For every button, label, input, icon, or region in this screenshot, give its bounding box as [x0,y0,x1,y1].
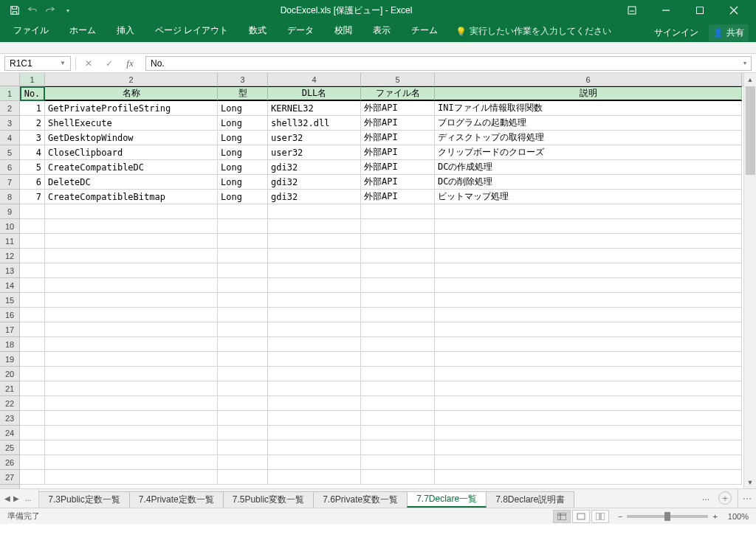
row-header[interactable]: 23 [0,411,19,426]
column-header[interactable]: 3 [218,73,268,86]
row-header[interactable]: 18 [0,337,19,352]
row-header[interactable]: 7 [0,175,19,190]
row-header[interactable]: 21 [0,381,19,396]
cell[interactable] [361,367,435,381]
tab-view[interactable]: 表示 [362,20,401,42]
cell[interactable] [361,293,435,308]
cell[interactable] [218,470,268,485]
cell[interactable] [435,234,742,249]
cell[interactable]: Long [218,160,268,175]
cell[interactable]: 外部API [361,116,435,131]
row-header[interactable]: 15 [0,293,19,308]
cell[interactable]: 3 [20,131,45,145]
cell[interactable]: GetDesktopWindow [45,131,218,145]
row-header[interactable]: 4 [0,131,19,145]
cell[interactable]: shell32.dll [268,116,361,131]
row-header[interactable]: 27 [0,470,19,485]
cell[interactable]: 外部API [361,145,435,160]
cell[interactable] [435,352,742,367]
cell[interactable] [268,367,361,381]
cell[interactable] [268,249,361,263]
cell[interactable] [218,337,268,352]
cell[interactable]: Long [218,145,268,160]
column-header[interactable]: 5 [361,73,435,86]
cell[interactable] [20,278,45,293]
tab-review[interactable]: 校閲 [324,20,362,42]
cell[interactable] [268,381,361,396]
cell[interactable]: user32 [268,145,361,160]
row-header[interactable]: 1 [0,86,19,101]
cell[interactable] [361,337,435,352]
cell[interactable] [20,234,45,249]
row-header[interactable]: 9 [0,204,19,219]
cell[interactable] [218,440,268,455]
cell[interactable] [20,426,45,440]
cell[interactable] [435,381,742,396]
cells-area[interactable]: No.名称型DLL名ファイル名説明1GetPrivateProfileStrin… [20,86,743,488]
sheet-nav-prev-icon[interactable]: ◀ [4,494,10,502]
row-header[interactable]: 8 [0,190,19,204]
cell[interactable] [361,322,435,337]
cell[interactable] [20,455,45,470]
cell[interactable] [361,426,435,440]
cell[interactable] [20,293,45,308]
cell[interactable]: DCの作成処理 [435,160,742,175]
cell[interactable]: INIファイル情報取得関数 [435,101,742,116]
zoom-slider[interactable] [627,515,708,518]
cell[interactable] [45,263,218,278]
cell[interactable] [218,381,268,396]
insert-function-button[interactable]: fx [122,56,138,71]
cell[interactable] [218,249,268,263]
cell[interactable] [435,337,742,352]
cell[interactable] [20,337,45,352]
cell[interactable] [218,455,268,470]
cell[interactable] [45,293,218,308]
cell[interactable]: プログラムの起動処理 [435,116,742,131]
cell[interactable] [435,219,742,234]
cell[interactable] [361,411,435,426]
cell[interactable] [435,367,742,381]
cell[interactable]: 5 [20,160,45,175]
cell[interactable] [218,204,268,219]
cell[interactable] [20,322,45,337]
cell[interactable]: GetPrivateProfileString [45,101,218,116]
column-header[interactable]: 1 [20,73,45,86]
cell[interactable]: 型 [218,86,268,101]
cell[interactable] [435,263,742,278]
scroll-up-icon[interactable]: ▲ [744,73,756,86]
cell[interactable] [45,352,218,367]
cell[interactable]: 外部API [361,160,435,175]
cell[interactable] [435,204,742,219]
cell[interactable] [435,455,742,470]
sheet-tab[interactable]: 7.7Declare一覧 [407,491,487,508]
zoom-in-button[interactable]: + [712,512,717,521]
cell[interactable] [45,219,218,234]
cell[interactable] [20,204,45,219]
tab-team[interactable]: チーム [401,20,448,42]
cell[interactable] [268,278,361,293]
sheet-nav-dots[interactable]: ... [22,494,34,502]
cell[interactable]: gdi32 [268,175,361,190]
row-header[interactable]: 24 [0,426,19,440]
row-header[interactable]: 22 [0,396,19,411]
cell[interactable] [218,367,268,381]
cell[interactable] [45,440,218,455]
cell[interactable] [361,396,435,411]
cell[interactable] [45,381,218,396]
cell[interactable] [435,470,742,485]
cell[interactable]: 6 [20,175,45,190]
cell[interactable] [361,263,435,278]
zoom-slider-knob[interactable] [664,512,670,521]
cell[interactable]: 1 [20,101,45,116]
row-header[interactable]: 5 [0,145,19,160]
cell[interactable] [361,278,435,293]
cell[interactable]: ファイル名 [361,86,435,101]
cell[interactable]: クリップボードのクローズ [435,145,742,160]
cell[interactable] [20,440,45,455]
row-header[interactable]: 3 [0,116,19,131]
accept-formula-icon[interactable]: ✓ [101,56,117,71]
cell[interactable]: Long [218,190,268,204]
cell[interactable] [268,455,361,470]
cell[interactable] [268,293,361,308]
row-header[interactable]: 26 [0,455,19,470]
